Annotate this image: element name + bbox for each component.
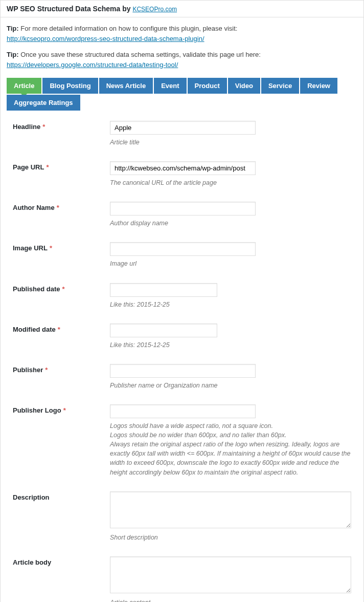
- tab-service[interactable]: Service: [261, 78, 299, 94]
- row-publisher-logo: Publisher Logo* Logos should have a wide…: [13, 404, 351, 477]
- label-headline: Headline*: [13, 121, 110, 131]
- tab-blog-posting[interactable]: Blog Posting: [42, 78, 98, 94]
- row-page-url: Page URL* The canonical URL of the artic…: [13, 161, 351, 187]
- row-article-body: Article body Article content: [13, 556, 351, 602]
- input-modified-date[interactable]: [110, 324, 217, 337]
- label-page-url: Page URL*: [13, 161, 110, 171]
- input-page-url[interactable]: [110, 161, 256, 175]
- tabs: Article Blog Posting News Article Event …: [7, 78, 357, 111]
- input-publisher[interactable]: [110, 364, 256, 378]
- label-article-body: Article body: [13, 556, 110, 566]
- hint-article-body: Article content: [110, 598, 351, 602]
- tip-1-label: Tip:: [7, 25, 19, 32]
- row-published-date: Published date* Like this: 2015-12-25: [13, 283, 351, 309]
- required-mark: *: [45, 366, 48, 374]
- tab-news-article[interactable]: News Article: [99, 78, 153, 94]
- hint-publisher-logo: Logos should have a wide aspect ratio, n…: [110, 421, 351, 477]
- hint-image-url: Image url: [110, 259, 351, 268]
- tip-2: Tip: Once you save these structured data…: [7, 50, 357, 70]
- required-mark: *: [62, 285, 64, 293]
- row-description: Description Short description: [13, 491, 351, 542]
- required-mark: *: [42, 123, 45, 131]
- tab-review[interactable]: Review: [300, 78, 337, 94]
- panel-title-prefix: WP SEO Structured Data Schema by: [7, 5, 132, 13]
- panel-title: WP SEO Structured Data Schema by KCSEOPr…: [1, 1, 363, 17]
- hint-modified-date: Like this: 2015-12-25: [110, 340, 351, 350]
- hint-published-date: Like this: 2015-12-25: [110, 300, 351, 309]
- tab-article[interactable]: Article: [7, 78, 41, 94]
- tip-1-link[interactable]: http://kcseopro.com/wordpress-seo-struct…: [7, 35, 204, 42]
- label-published-date: Published date*: [13, 283, 110, 293]
- tip-2-link[interactable]: https://developers.google.com/structured…: [7, 61, 178, 69]
- schema-panel: WP SEO Structured Data Schema by KCSEOPr…: [0, 0, 364, 602]
- required-mark: *: [58, 326, 60, 333]
- input-image-url[interactable]: [110, 242, 256, 256]
- input-headline[interactable]: [110, 121, 256, 135]
- tip-1-text: For more detailed information on how to …: [19, 25, 238, 32]
- row-modified-date: Modified date* Like this: 2015-12-25: [13, 324, 351, 350]
- input-publisher-logo[interactable]: [110, 404, 256, 418]
- hint-description: Short description: [110, 533, 351, 542]
- required-mark: *: [57, 204, 59, 211]
- hint-author-name: Author display name: [110, 219, 351, 228]
- label-description: Description: [13, 491, 110, 501]
- input-author-name[interactable]: [110, 202, 256, 216]
- row-headline: Headline* Article title: [13, 121, 351, 147]
- label-image-url: Image URL*: [13, 242, 110, 252]
- label-author-name: Author Name*: [13, 202, 110, 211]
- tip-1: Tip: For more detailed information on ho…: [7, 24, 357, 44]
- tip-2-text: Once you save these structured data sche…: [19, 51, 261, 58]
- required-mark: *: [63, 406, 66, 414]
- panel-body: Tip: For more detailed information on ho…: [1, 17, 363, 602]
- label-modified-date: Modified date*: [13, 324, 110, 333]
- hint-publisher: Publisher name or Organization name: [110, 381, 351, 390]
- required-mark: *: [50, 244, 52, 252]
- input-published-date[interactable]: [110, 283, 217, 297]
- hint-page-url: The canonical URL of the article page: [110, 178, 351, 187]
- form-article: Headline* Article title Page URL* The ca…: [7, 111, 357, 602]
- textarea-description[interactable]: [110, 491, 351, 528]
- tab-aggregate-ratings[interactable]: Aggregate Ratings: [7, 95, 80, 111]
- hint-headline: Article title: [110, 138, 351, 147]
- panel-title-link[interactable]: KCSEOPro.com: [132, 6, 177, 13]
- row-image-url: Image URL* Image url: [13, 242, 351, 268]
- required-mark: *: [46, 163, 49, 171]
- label-publisher: Publisher*: [13, 364, 110, 374]
- textarea-article-body[interactable]: [110, 556, 351, 593]
- tab-event[interactable]: Event: [154, 78, 186, 94]
- row-author-name: Author Name* Author display name: [13, 202, 351, 228]
- tab-product[interactable]: Product: [188, 78, 227, 94]
- tip-2-label: Tip:: [7, 51, 19, 58]
- row-publisher: Publisher* Publisher name or Organizatio…: [13, 364, 351, 390]
- label-publisher-logo: Publisher Logo*: [13, 404, 110, 414]
- tab-video[interactable]: Video: [228, 78, 260, 94]
